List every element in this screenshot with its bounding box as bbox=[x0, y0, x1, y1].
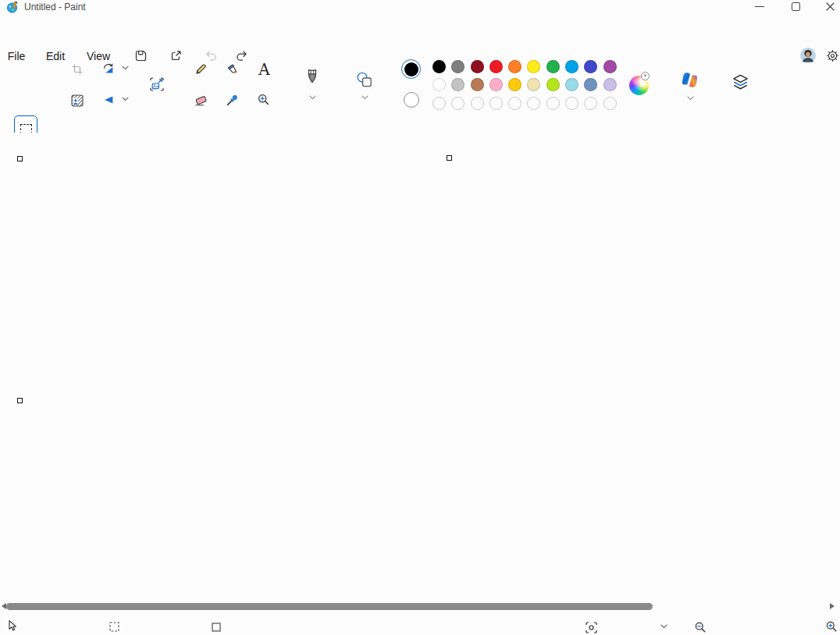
colour-swatch[interactable] bbox=[508, 97, 521, 110]
flip-chevron-icon[interactable] bbox=[122, 97, 129, 101]
colour-swatch[interactable] bbox=[432, 97, 446, 110]
colour-swatch[interactable] bbox=[565, 97, 578, 110]
title-bar: Untitled - Paint bbox=[0, 0, 840, 14]
colour-swatch[interactable] bbox=[471, 97, 484, 110]
colour-swatch[interactable] bbox=[546, 97, 560, 110]
colour-swatch[interactable] bbox=[451, 60, 464, 73]
colour-swatch[interactable] bbox=[603, 97, 617, 110]
selection-handle[interactable] bbox=[447, 155, 452, 161]
flip-icon[interactable] bbox=[102, 94, 115, 106]
colour-swatch[interactable] bbox=[603, 78, 617, 91]
remove-background-icon[interactable] bbox=[71, 94, 84, 107]
colour-swatch[interactable] bbox=[489, 78, 503, 91]
brush-icon[interactable] bbox=[305, 68, 319, 89]
selection-handle[interactable] bbox=[17, 156, 23, 161]
zoom-to-fit-icon[interactable] bbox=[585, 621, 598, 634]
crop-icon[interactable] bbox=[71, 63, 84, 76]
window-title: Untitled - Paint bbox=[24, 1, 86, 13]
palette-row-1 bbox=[432, 60, 617, 73]
maximize-button[interactable] bbox=[792, 2, 800, 11]
paint-app-icon bbox=[6, 1, 19, 13]
resize-image-icon[interactable] bbox=[149, 76, 165, 92]
color-picker-tool-icon[interactable] bbox=[226, 94, 239, 107]
colour-swatch[interactable] bbox=[471, 78, 484, 91]
eraser-tool-icon[interactable] bbox=[194, 94, 208, 107]
colour-swatch[interactable] bbox=[527, 97, 540, 110]
menu-bar: File Edit View bbox=[0, 22, 840, 47]
brushes-chevron-icon[interactable] bbox=[309, 95, 316, 100]
paint-window: Untitled - Paint File Edit View bbox=[0, 0, 840, 635]
status-bar: 768 × 1024px 1095 × 614px 100% bbox=[0, 615, 840, 635]
palette-row-2 bbox=[432, 78, 617, 91]
zoom-in-icon[interactable] bbox=[825, 620, 838, 633]
copilot-chevron-icon[interactable] bbox=[687, 96, 694, 101]
shapes-icon[interactable] bbox=[355, 71, 374, 89]
background-colour-well[interactable] bbox=[404, 92, 419, 108]
magnifier-tool-icon[interactable] bbox=[257, 93, 270, 106]
colour-swatch[interactable] bbox=[432, 60, 446, 73]
cursor-position-icon bbox=[6, 619, 18, 632]
zoom-out-icon[interactable] bbox=[694, 621, 707, 633]
shapes-chevron-icon[interactable] bbox=[361, 95, 368, 100]
colour-swatch[interactable] bbox=[508, 78, 521, 91]
rotate-icon[interactable] bbox=[102, 62, 115, 75]
colour-swatch[interactable] bbox=[584, 60, 597, 73]
copilot-icon[interactable] bbox=[680, 70, 699, 90]
colour-swatch[interactable] bbox=[584, 78, 597, 91]
selection-size-icon bbox=[109, 622, 119, 632]
colour-swatch[interactable] bbox=[565, 78, 578, 91]
colour-swatch[interactable] bbox=[451, 78, 464, 91]
colour-swatch[interactable] bbox=[565, 60, 578, 73]
colour-swatch[interactable] bbox=[527, 60, 540, 73]
palette-row-3 bbox=[432, 97, 617, 110]
add-colour-plus-icon[interactable]: + bbox=[641, 72, 650, 80]
text-tool-icon[interactable]: A bbox=[258, 61, 271, 78]
colour-swatch[interactable] bbox=[546, 60, 560, 73]
selection-handle[interactable] bbox=[17, 398, 23, 403]
colour-swatch[interactable] bbox=[451, 97, 464, 110]
fill-tool-icon[interactable] bbox=[226, 62, 239, 76]
minimize-button[interactable] bbox=[755, 6, 764, 7]
hscroll-right-arrow[interactable] bbox=[830, 603, 835, 609]
colour-swatch[interactable] bbox=[489, 60, 503, 73]
hscroll-thumb[interactable] bbox=[6, 603, 653, 610]
rotate-chevron-icon[interactable] bbox=[122, 66, 129, 70]
pencil-tool-icon[interactable] bbox=[194, 62, 208, 76]
colour-swatch[interactable] bbox=[527, 78, 540, 91]
toolbar: Selection bbox=[0, 50, 840, 133]
colour-swatch[interactable] bbox=[489, 97, 503, 110]
colour-swatch[interactable] bbox=[546, 78, 560, 91]
colour-swatch[interactable] bbox=[471, 60, 484, 73]
colour-swatch[interactable] bbox=[603, 60, 617, 73]
foreground-colour bbox=[404, 62, 418, 76]
foreground-colour-well[interactable] bbox=[401, 59, 421, 79]
colour-swatch[interactable] bbox=[508, 60, 521, 73]
layers-icon[interactable] bbox=[731, 73, 750, 91]
close-button[interactable] bbox=[826, 2, 835, 11]
canvas[interactable] bbox=[0, 133, 840, 599]
canvas-size-icon bbox=[212, 623, 221, 632]
zoom-level-chevron-icon[interactable] bbox=[660, 624, 667, 629]
colour-swatch[interactable] bbox=[432, 78, 446, 91]
colour-swatch[interactable] bbox=[584, 97, 597, 110]
